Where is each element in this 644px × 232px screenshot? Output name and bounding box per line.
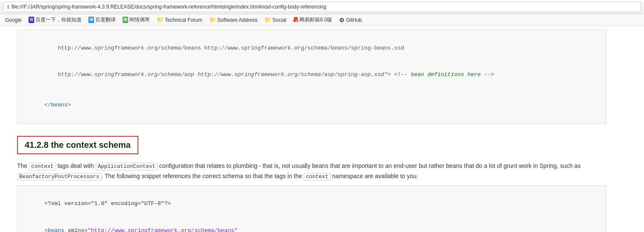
code-url: "http://www.springframework.org/schema/b… (88, 227, 237, 232)
body-text: The context tags deal with ApplicationCo… (17, 161, 606, 182)
code-text: </beans> (44, 102, 71, 108)
wangyi-icon: 易 (293, 16, 298, 23)
code-block-top: http://www.springframework.org/schema/be… (17, 29, 606, 124)
code-block-main: <?xml version="1.0" encoding="UTF-8"?> <… (17, 185, 606, 232)
inline-code-appcontext: ApplicationContext (96, 163, 158, 170)
bookmark-software-address[interactable]: 📁 Software Address (208, 16, 259, 24)
bookmark-baidu-fanyi[interactable]: 译 百度翻译 (87, 15, 117, 24)
browser-chrome: ℹ file:///F:/JAR/spring/spring-framework… (0, 2, 644, 14)
folder-icon: 📁 (264, 17, 271, 23)
text-span: namespace are available to you. (331, 173, 418, 179)
xianqing-icon: 闲 (123, 17, 128, 23)
bookmark-xianqing[interactable]: 闲 闲情偶寄 (121, 15, 152, 24)
text-span: tags deal with (56, 162, 96, 169)
code-line: http://www.springframework.org/schema/ao… (24, 62, 599, 88)
section-title: 41.2.8 the context schema (25, 140, 131, 150)
code-text: <?xml version="1.0" encoding="UTF-8"?> (44, 200, 171, 207)
code-text: xmlns= (64, 227, 88, 232)
bookmark-baidu-search[interactable]: 百 百度一下，你就知道 (27, 15, 83, 24)
code-text: http://www.springframework.org/schema/ao… (44, 71, 394, 78)
bookmark-technical-forum[interactable]: 📁 Technical Forum (155, 16, 204, 24)
code-line: </beans> (24, 92, 599, 118)
bookmarks-bar: Google 百 百度一下，你就知道 译 百度翻译 闲 闲情偶寄 📁 Techn… (0, 14, 644, 26)
section-heading: 41.2.8 the context schema (17, 136, 138, 154)
bookmark-label: Google (5, 17, 22, 23)
code-line: <beans xmlns="http://www.springframework… (24, 217, 599, 232)
bookmark-wangyi[interactable]: 易 网易邮箱6.0版 (291, 15, 334, 24)
bookmark-label: Software Address (217, 17, 258, 23)
bookmark-label: 百度一下，你就知道 (35, 16, 82, 23)
github-icon: ⚙ (339, 17, 345, 23)
text-span: . The following snippet references the c… (102, 173, 304, 179)
url-text: file:///F:/JAR/spring/spring-framework-4… (12, 4, 326, 10)
paragraph-1: The context tags deal with ApplicationCo… (17, 161, 606, 182)
bookmark-google[interactable]: Google (3, 16, 23, 24)
bookmark-label: Technical Forum (165, 17, 202, 23)
text-span: The (17, 162, 29, 169)
folder-icon: 📁 (209, 17, 216, 23)
fanyi-icon: 译 (88, 17, 94, 23)
baidu-search-icon: 百 (29, 17, 34, 23)
bookmark-label: 网易邮箱6.0版 (299, 16, 332, 23)
bookmark-label: 闲情偶寄 (129, 16, 150, 23)
inline-code-context: context (29, 163, 56, 170)
code-tag: <beans (44, 227, 64, 232)
bookmark-social[interactable]: 📁 Social (263, 16, 288, 24)
folder-icon: 📁 (157, 17, 164, 23)
address-bar[interactable]: ℹ file:///F:/JAR/spring/spring-framework… (3, 2, 641, 12)
code-line: <?xml version="1.0" encoding="UTF-8"?> (24, 191, 599, 217)
bookmark-label: 百度翻译 (95, 16, 116, 23)
bookmark-label: GitHub (346, 17, 362, 23)
bookmark-label: Social (272, 17, 287, 23)
page-content: http://www.springframework.org/schema/be… (0, 29, 624, 232)
text-span: configuration that relates to plumbing -… (158, 162, 581, 169)
code-text: http://www.springframework.org/schema/be… (44, 45, 404, 51)
bookmark-github[interactable]: ⚙ GitHub (337, 16, 363, 24)
inline-code-context2: context (304, 173, 331, 181)
security-icon: ℹ (7, 4, 9, 10)
code-comment: <!-- bean definitions here --> (394, 71, 494, 78)
inline-code-bfpp: BeanfactoryPostProcessors (17, 173, 102, 181)
code-line: http://www.springframework.org/schema/be… (24, 35, 599, 62)
